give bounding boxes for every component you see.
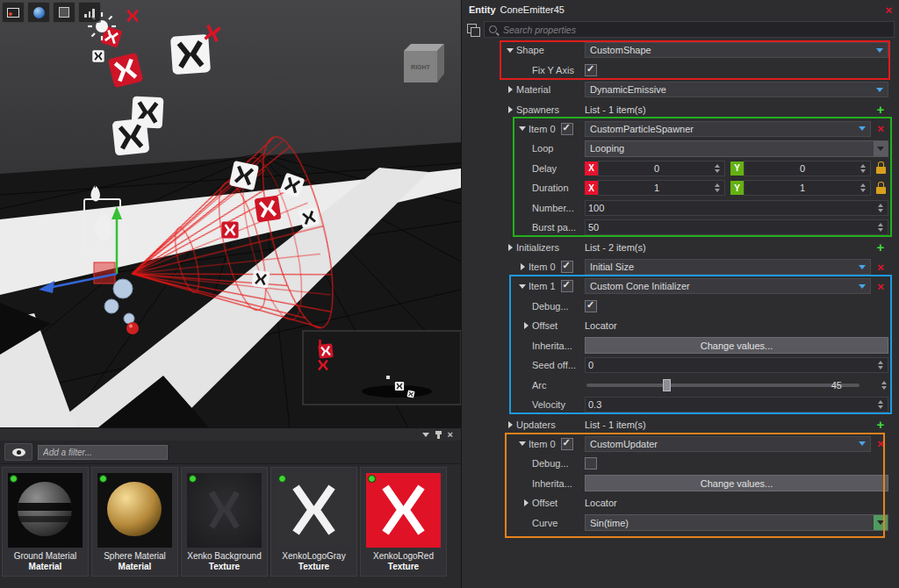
add-item-icon[interactable]: + — [877, 418, 885, 431]
lock-icon[interactable] — [876, 187, 886, 194]
visibility-filter-button[interactable] — [4, 443, 32, 461]
asset-browser-panel: × Gro — [0, 427, 461, 588]
property-label: Delay — [532, 163, 557, 174]
spinner[interactable] — [712, 183, 722, 192]
scene-viewport[interactable]: RIGHT — [0, 0, 461, 427]
render-mode-button[interactable] — [2, 2, 25, 23]
y-badge: Y — [730, 161, 744, 176]
view-cube[interactable]: RIGHT — [404, 44, 444, 82]
pin-icon[interactable] — [437, 431, 440, 439]
slider-track[interactable] — [586, 384, 859, 387]
change-values-button[interactable]: Change values... — [585, 475, 888, 491]
initializer-type-combo[interactable]: Custom Cone Initializer — [585, 278, 871, 294]
burst-field[interactable]: 50 — [585, 219, 888, 235]
delete-item-icon[interactable]: × — [877, 123, 884, 134]
expander-icon[interactable] — [516, 263, 529, 270]
asset-card-sphere-material[interactable]: Sphere Material Material — [91, 467, 178, 577]
row-loop: Loop Looping — [462, 139, 899, 158]
offset-value: Locator — [585, 498, 888, 508]
spinner[interactable] — [858, 164, 867, 173]
asset-thumbnail — [366, 473, 441, 548]
stats-button[interactable] — [78, 2, 101, 23]
world-button[interactable] — [27, 2, 50, 23]
number-field[interactable]: 100 — [585, 200, 888, 216]
delete-item-icon[interactable]: × — [877, 262, 884, 273]
asset-thumbnail — [187, 473, 262, 548]
chevron-down-icon[interactable] — [422, 433, 429, 437]
combo-value: DynamicEmissive — [590, 84, 876, 95]
gizmo-options-button[interactable] — [53, 2, 76, 23]
material-combo[interactable]: DynamicEmissive — [585, 82, 888, 97]
field-value: 1 — [601, 183, 712, 193]
expander-icon[interactable] — [504, 244, 516, 251]
asset-card-xenkologogray[interactable]: XenkoLogoGray Texture — [270, 467, 357, 577]
expander-icon[interactable] — [516, 441, 529, 446]
curve-select[interactable]: Sin(time) — [585, 514, 888, 531]
spinner[interactable] — [875, 400, 885, 409]
dropdown-button[interactable] — [874, 141, 888, 156]
slider-thumb[interactable] — [663, 379, 671, 391]
close-icon[interactable]: × — [448, 430, 453, 440]
properties-stack-icon[interactable] — [466, 23, 479, 36]
delay-x-field[interactable]: 0 — [598, 161, 725, 176]
property-label: Inherita... — [532, 478, 572, 489]
expander-icon[interactable] — [520, 499, 532, 506]
change-values-button[interactable]: Change values... — [585, 337, 888, 354]
expander-icon[interactable] — [504, 421, 516, 428]
spinner[interactable] — [858, 183, 867, 192]
spinner[interactable] — [879, 381, 888, 390]
asset-type: Texture — [298, 562, 329, 572]
shape-combo[interactable]: CustomShape — [585, 42, 888, 58]
duration-x-field[interactable]: 1 — [598, 180, 725, 196]
delete-item-icon[interactable]: × — [877, 438, 884, 449]
row-curve: Curve Sin(time) — [462, 513, 899, 533]
search-properties-input[interactable] — [501, 24, 889, 36]
dropdown-button[interactable] — [874, 515, 888, 530]
search-box — [484, 21, 895, 38]
camera-preview-inset — [303, 331, 461, 405]
delay-y-field[interactable]: 0 — [744, 161, 871, 176]
expander-icon[interactable] — [520, 322, 532, 329]
loop-select[interactable]: Looping — [585, 140, 888, 157]
spawner-type-combo[interactable]: CustomParticleSpawner — [585, 121, 871, 137]
property-label: Arc — [532, 380, 547, 391]
viewport-render[interactable]: RIGHT — [0, 0, 461, 427]
asset-card-xenko-background[interactable]: Xenko Background Texture — [181, 467, 268, 577]
asset-type: Material — [119, 562, 152, 572]
expander-icon[interactable] — [504, 106, 516, 113]
spinner[interactable] — [875, 361, 885, 369]
spinner[interactable] — [712, 164, 722, 173]
updater-type-combo[interactable]: CustomUpdater — [585, 436, 871, 452]
add-item-icon[interactable]: + — [877, 103, 885, 116]
delete-item-icon[interactable]: × — [877, 281, 884, 292]
seed-offset-field[interactable]: 0 — [585, 357, 888, 373]
dropdown-arrow-icon — [859, 284, 866, 289]
item-enabled-checkbox[interactable] — [561, 261, 573, 273]
fix-y-axis-checkbox[interactable] — [585, 64, 597, 76]
item-enabled-checkbox[interactable] — [561, 123, 573, 135]
asset-filter-input[interactable] — [38, 445, 168, 460]
arc-slider[interactable]: 45 — [585, 378, 875, 392]
duration-y-field[interactable]: 1 — [744, 180, 871, 196]
slider-value: 45 — [831, 380, 842, 391]
spinner[interactable] — [875, 204, 885, 212]
item-enabled-checkbox[interactable] — [561, 280, 573, 292]
item-enabled-checkbox[interactable] — [561, 438, 573, 450]
expander-icon[interactable] — [516, 284, 529, 289]
debug-checkbox[interactable] — [585, 457, 597, 470]
close-icon[interactable]: × — [885, 4, 892, 16]
expander-icon[interactable] — [516, 126, 529, 131]
debug-checkbox[interactable] — [585, 300, 597, 312]
spinner[interactable] — [875, 223, 885, 232]
initializer-type-combo[interactable]: Initial Size — [585, 259, 871, 275]
property-label: Debug... — [532, 301, 569, 312]
asset-card-ground-material[interactable]: Ground Material Material — [2, 467, 89, 577]
expander-icon[interactable] — [504, 86, 516, 93]
row-burst: Burst pa... 50 — [462, 218, 899, 237]
velocity-field[interactable]: 0.3 — [585, 397, 888, 412]
asset-card-xenkologored[interactable]: XenkoLogoRed Texture — [360, 467, 447, 577]
combo-value: CustomShape — [590, 45, 876, 55]
lock-icon[interactable] — [876, 167, 886, 174]
expander-icon[interactable] — [504, 48, 516, 53]
add-item-icon[interactable]: + — [877, 240, 885, 254]
